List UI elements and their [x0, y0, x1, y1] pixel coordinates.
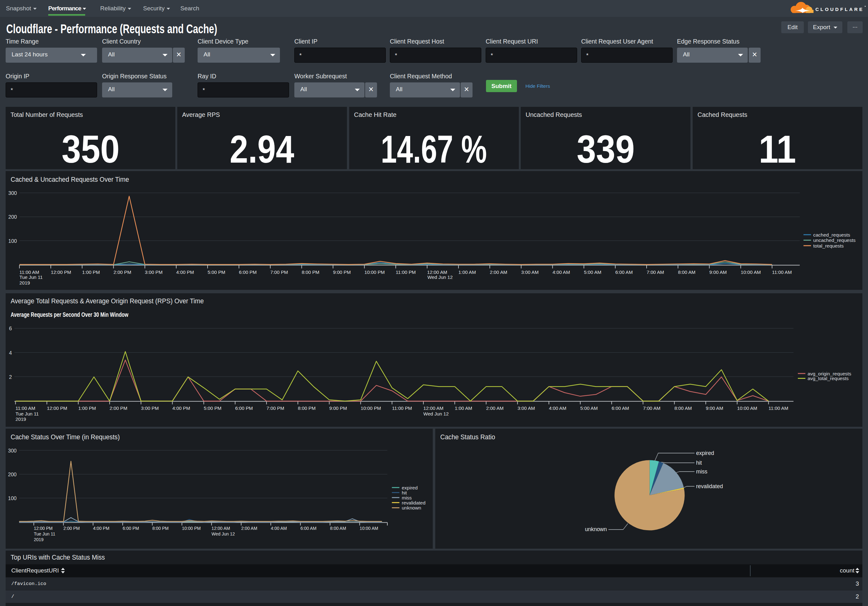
svg-text:8:00 PM: 8:00 PM [298, 406, 316, 411]
svg-text:Wed Jun 12: Wed Jun 12 [423, 411, 449, 416]
svg-text:miss: miss [696, 468, 707, 475]
svg-text:5:00 AM: 5:00 AM [580, 406, 598, 411]
svg-text:12:00 PM: 12:00 PM [51, 269, 71, 275]
svg-text:12:00 AM: 12:00 AM [423, 406, 443, 411]
svg-text:6:00 PM: 6:00 PM [123, 526, 139, 531]
svg-text:2019: 2019 [34, 537, 43, 542]
svg-text:12:00 AM: 12:00 AM [427, 269, 447, 275]
svg-text:6:00 AM: 6:00 AM [612, 406, 629, 411]
svg-text:1:00 PM: 1:00 PM [82, 269, 100, 275]
svg-text:expired: expired [402, 485, 418, 490]
svg-text:total_requests: total_requests [813, 243, 844, 249]
svg-text:6:00 AM: 6:00 AM [300, 526, 316, 531]
svg-text:9:00 AM: 9:00 AM [706, 406, 723, 411]
svg-text:11:00 AM: 11:00 AM [769, 406, 788, 411]
svg-text:10:00 AM: 10:00 AM [741, 269, 761, 275]
svg-text:3:00 AM: 3:00 AM [518, 406, 535, 411]
svg-text:3:00 PM: 3:00 PM [141, 406, 159, 411]
svg-text:4:00 AM: 4:00 AM [553, 269, 570, 275]
svg-text:revalidated: revalidated [402, 500, 426, 505]
svg-text:1:00 AM: 1:00 AM [459, 269, 476, 275]
svg-text:11:00 AM: 11:00 AM [16, 406, 36, 411]
svg-text:2019: 2019 [19, 280, 30, 286]
svg-text:2019: 2019 [16, 416, 26, 422]
svg-text:1:00 AM: 1:00 AM [455, 406, 472, 411]
svg-text:cached_requests: cached_requests [813, 232, 850, 238]
svg-text:12:00 PM: 12:00 PM [34, 526, 53, 531]
svg-text:11:00 AM: 11:00 AM [19, 269, 39, 275]
svg-text:2:00 AM: 2:00 AM [490, 269, 507, 275]
svg-text:5:00 AM: 5:00 AM [584, 269, 601, 275]
svg-text:uncached_requests: uncached_requests [813, 238, 856, 243]
svg-text:6:00 AM: 6:00 AM [615, 269, 633, 275]
svg-text:11:00 PM: 11:00 PM [392, 406, 412, 411]
svg-text:4:00 AM: 4:00 AM [549, 406, 566, 411]
svg-text:2:00 AM: 2:00 AM [486, 406, 504, 411]
svg-text:Wed Jun 12: Wed Jun 12 [428, 275, 453, 280]
svg-text:2: 2 [9, 374, 12, 380]
svg-text:100: 100 [8, 496, 17, 501]
svg-text:5:00 PM: 5:00 PM [208, 269, 225, 275]
svg-text:12:00 PM: 12:00 PM [47, 406, 67, 411]
svg-text:10:00 AM: 10:00 AM [360, 526, 378, 531]
svg-text:Wed Jun 12: Wed Jun 12 [212, 531, 235, 536]
svg-text:11:00 PM: 11:00 PM [396, 269, 416, 275]
svg-text:8:00 PM: 8:00 PM [302, 269, 319, 275]
svg-text:miss: miss [402, 495, 412, 500]
svg-text:200: 200 [8, 214, 17, 220]
svg-text:300: 300 [8, 190, 17, 196]
svg-text:7:00 AM: 7:00 AM [646, 269, 664, 275]
svg-text:avg_origin_requests: avg_origin_requests [808, 371, 851, 376]
svg-text:Tue Jun 11: Tue Jun 11 [34, 531, 56, 536]
svg-text:6: 6 [9, 326, 12, 331]
svg-text:2:00 PM: 2:00 PM [114, 269, 132, 275]
svg-text:2:00 PM: 2:00 PM [64, 526, 80, 531]
svg-text:7:00 PM: 7:00 PM [270, 269, 288, 275]
svg-text:avg_total_requests: avg_total_requests [808, 376, 849, 381]
svg-text:expired: expired [696, 450, 714, 456]
svg-text:8:00 AM: 8:00 AM [674, 406, 692, 411]
svg-text:10:00 AM: 10:00 AM [737, 406, 757, 411]
svg-text:6:00 PM: 6:00 PM [235, 406, 253, 411]
svg-text:10:00 PM: 10:00 PM [361, 406, 381, 411]
svg-text:hit: hit [696, 460, 702, 466]
svg-text:10:00 PM: 10:00 PM [182, 526, 201, 531]
svg-text:9:00 PM: 9:00 PM [329, 406, 347, 411]
svg-text:8:00 AM: 8:00 AM [330, 526, 346, 531]
svg-text:unknown: unknown [402, 505, 421, 510]
svg-text:4:00 PM: 4:00 PM [172, 406, 191, 411]
svg-text:3:00 PM: 3:00 PM [145, 269, 163, 275]
svg-text:100: 100 [8, 238, 17, 244]
svg-text:9:00 AM: 9:00 AM [709, 269, 727, 275]
svg-text:4: 4 [9, 350, 12, 356]
svg-text:4:00 PM: 4:00 PM [93, 526, 109, 531]
svg-text:4:00 AM: 4:00 AM [271, 526, 287, 531]
svg-text:3:00 AM: 3:00 AM [521, 269, 539, 275]
svg-text:Tue Jun 11: Tue Jun 11 [19, 275, 43, 280]
svg-text:10:00 PM: 10:00 PM [364, 269, 385, 275]
svg-text:8:00 AM: 8:00 AM [678, 269, 696, 275]
svg-text:Tue Jun 11: Tue Jun 11 [16, 411, 39, 416]
svg-text:11:00 AM: 11:00 AM [772, 269, 792, 275]
svg-text:200: 200 [8, 472, 17, 477]
svg-text:9:00 PM: 9:00 PM [333, 269, 351, 275]
svg-text:4:00 PM: 4:00 PM [176, 269, 194, 275]
svg-text:12:00 AM: 12:00 AM [212, 526, 230, 531]
svg-text:5:00 PM: 5:00 PM [204, 406, 222, 411]
svg-text:7:00 PM: 7:00 PM [267, 406, 284, 411]
svg-text:6:00 PM: 6:00 PM [239, 269, 257, 275]
svg-text:1:00 PM: 1:00 PM [78, 406, 96, 411]
svg-text:revalidated: revalidated [696, 483, 723, 489]
svg-text:2:00 AM: 2:00 AM [241, 526, 257, 531]
svg-text:8:00 PM: 8:00 PM [152, 526, 169, 531]
svg-text:300: 300 [8, 448, 17, 454]
svg-text:hit: hit [402, 490, 407, 496]
svg-text:2:00 PM: 2:00 PM [110, 406, 127, 411]
svg-text:7:00 AM: 7:00 AM [643, 406, 661, 411]
svg-text:unknown: unknown [585, 526, 607, 532]
